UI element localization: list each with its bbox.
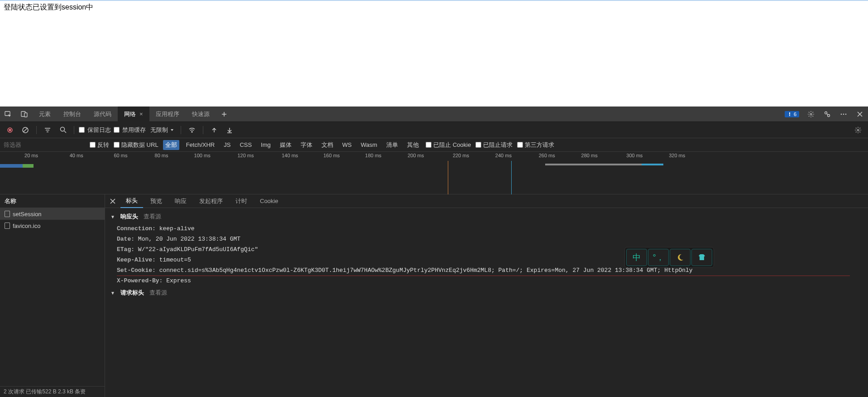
- filter-type-wasm[interactable]: Wasm: [359, 140, 379, 149]
- timeline-tick: 160 ms: [323, 153, 340, 158]
- request-item-setsession[interactable]: setSession: [0, 208, 105, 220]
- tab-console[interactable]: 控制台: [57, 107, 87, 122]
- disable-cache-label: 禁用缓存: [122, 126, 146, 134]
- blocked-req-checkbox[interactable]: 已阻止请求: [475, 141, 513, 149]
- timeline-overview[interactable]: 20 ms 40 ms 60 ms 80 ms 100 ms 120 ms 14…: [0, 152, 868, 194]
- issues-badge[interactable]: 6: [785, 111, 799, 117]
- detail-tab-initiator[interactable]: 发起程序: [194, 194, 228, 208]
- device-toggle-icon[interactable]: [16, 107, 33, 122]
- filter-type-media[interactable]: 媒体: [278, 140, 294, 150]
- view-source-link[interactable]: 查看源: [144, 213, 161, 221]
- chevron-down-icon: ▼: [110, 214, 115, 219]
- view-source-link[interactable]: 查看源: [149, 289, 167, 297]
- close-devtools-icon[interactable]: [852, 107, 868, 122]
- request-detail: 标头 预览 响应 发起程序 计时 Cookie ▼ 响应头 查看源 Connec…: [105, 194, 868, 397]
- filter-type-ws[interactable]: WS: [340, 140, 354, 149]
- wifi-icon[interactable]: [186, 124, 198, 136]
- filter-type-doc[interactable]: 文档: [319, 140, 336, 150]
- hide-data-urls-label: 隐藏数据 URL: [121, 141, 158, 149]
- throttle-value: 无限制: [150, 126, 168, 134]
- header-row[interactable]: ETag: W/"22-aIyadKLDPuFm7fAd5uUI6AfgQic": [105, 244, 868, 255]
- timeline-tick: 200 ms: [408, 153, 424, 158]
- filter-type-img[interactable]: Img: [259, 140, 273, 149]
- detail-tab-cookie[interactable]: Cookie: [254, 194, 283, 208]
- ime-punct-button[interactable]: °，: [648, 249, 669, 266]
- filter-type-fetch[interactable]: Fetch/XHR: [184, 140, 217, 149]
- dock-icon[interactable]: [819, 107, 835, 122]
- filter-input[interactable]: [4, 141, 85, 148]
- svg-rect-2: [24, 113, 27, 117]
- filter-type-other[interactable]: 其他: [405, 140, 421, 150]
- network-toolbar: 保留日志 禁用缓存 无限制: [0, 122, 868, 138]
- throttle-select[interactable]: 无限制: [149, 125, 176, 135]
- network-settings-icon[interactable]: [852, 124, 864, 136]
- detail-tab-response[interactable]: 响应: [169, 194, 192, 208]
- chevron-down-icon: ▼: [110, 290, 115, 295]
- invert-checkbox[interactable]: 反转: [90, 141, 109, 149]
- filter-type-js[interactable]: JS: [221, 140, 233, 149]
- gear-icon[interactable]: [803, 107, 819, 122]
- hide-data-urls-checkbox[interactable]: 隐藏数据 URL: [114, 141, 158, 149]
- ime-lang-button[interactable]: 中: [626, 249, 647, 266]
- header-row[interactable]: Date: Mon, 20 Jun 2022 13:38:34 GMT: [105, 234, 868, 244]
- search-icon[interactable]: [57, 124, 69, 136]
- svg-point-7: [828, 114, 830, 116]
- page-message: 登陆状态已设置到session中: [0, 1, 868, 14]
- download-icon[interactable]: [223, 124, 236, 136]
- svg-point-8: [841, 113, 842, 115]
- third-party-checkbox[interactable]: 第三方请求: [517, 141, 554, 149]
- preserve-log-checkbox[interactable]: 保留日志: [79, 126, 111, 134]
- filter-icon[interactable]: [41, 124, 54, 136]
- add-tab-icon[interactable]: [216, 107, 232, 122]
- moon-icon[interactable]: [670, 249, 691, 266]
- filter-type-all[interactable]: 全部: [163, 140, 179, 150]
- header-row[interactable]: Keep-Alive: timeout=5: [105, 255, 868, 265]
- timeline-tick: 240 ms: [495, 153, 512, 158]
- response-headers-section[interactable]: ▼ 响应头 查看源: [105, 210, 868, 223]
- record-icon[interactable]: [4, 124, 16, 136]
- close-detail-icon[interactable]: [107, 195, 119, 207]
- detail-tab-headers[interactable]: 标头: [120, 194, 143, 208]
- timeline-tick: 80 ms: [155, 153, 168, 158]
- disable-cache-checkbox[interactable]: 禁用缓存: [114, 126, 146, 134]
- filter-bar: 反转 隐藏数据 URL 全部 Fetch/XHR JS CSS Img 媒体 字…: [0, 138, 868, 152]
- tab-network[interactable]: 网络 ×: [118, 107, 149, 122]
- inspect-icon[interactable]: [0, 107, 16, 122]
- header-row-set-cookie[interactable]: Set-Cookie: connect.sid=s%3Ab5qHg4ne1ctv…: [105, 265, 868, 276]
- request-headers-section[interactable]: ▼ 请求标头 查看源: [105, 286, 868, 300]
- issues-count: 6: [794, 111, 796, 117]
- clear-icon[interactable]: [19, 124, 32, 136]
- tab-elements[interactable]: 元素: [33, 107, 57, 122]
- request-list-header[interactable]: 名称: [0, 194, 105, 208]
- blocked-cookies-label: 已阻止 Cookie: [433, 141, 471, 149]
- ime-toolbar: 中 °，: [624, 247, 714, 268]
- svg-point-5: [810, 113, 812, 115]
- upload-icon[interactable]: [208, 124, 221, 136]
- tab-sources[interactable]: 源代码: [87, 107, 118, 122]
- svg-point-9: [843, 113, 844, 115]
- svg-point-15: [192, 131, 192, 132]
- request-headers-title: 请求标头: [120, 289, 144, 297]
- filter-type-css[interactable]: CSS: [237, 140, 254, 149]
- blocked-cookies-checkbox[interactable]: 已阻止 Cookie: [426, 141, 471, 149]
- request-item-label: favicon.ico: [13, 223, 40, 229]
- request-item-label: setSession: [13, 211, 42, 218]
- detail-tab-preview[interactable]: 预览: [145, 194, 168, 208]
- timeline-tick: 100 ms: [194, 153, 211, 158]
- request-item-favicon[interactable]: favicon.ico: [0, 220, 105, 232]
- filter-type-font[interactable]: 字体: [298, 140, 315, 150]
- response-headers-title: 响应头: [120, 213, 138, 221]
- detail-tab-timing[interactable]: 计时: [230, 194, 253, 208]
- request-list: 名称 setSession favicon.ico 2 次请求 已传输522 B…: [0, 194, 105, 397]
- tab-quicksource[interactable]: 快速源: [186, 107, 216, 122]
- header-row[interactable]: Connection: keep-alive: [105, 223, 868, 234]
- filter-type-manifest[interactable]: 清单: [384, 140, 400, 150]
- close-icon[interactable]: ×: [139, 111, 143, 117]
- preserve-log-label: 保留日志: [87, 126, 111, 134]
- header-row[interactable]: X-Powered-By: Express: [105, 276, 868, 286]
- more-icon[interactable]: [835, 107, 852, 122]
- shirt-icon[interactable]: [691, 249, 712, 266]
- timeline-tick: 320 ms: [669, 153, 685, 158]
- tab-application[interactable]: 应用程序: [149, 107, 186, 122]
- timeline-tick: 180 ms: [365, 153, 381, 158]
